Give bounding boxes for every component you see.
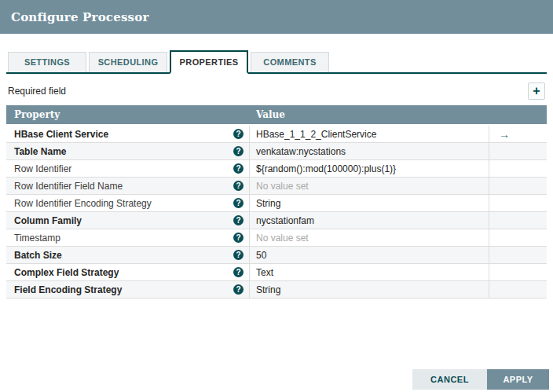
apply-button[interactable]: APPLY [487,369,549,390]
property-name: Table Name [14,146,66,157]
help-icon[interactable]: ? [233,250,244,260]
table-header: Property Value [6,105,547,124]
help-icon[interactable]: ? [233,146,244,156]
property-name: Timestamp [14,233,60,244]
value-cell[interactable]: String [250,281,489,298]
property-value: nycstationfam [256,215,314,226]
property-value: HBase_1_1_2_ClientService [256,129,376,140]
table-row[interactable]: Complex Field Strategy?Text [6,264,547,281]
help-icon[interactable]: ? [233,284,244,295]
tab-bar: SETTINGSSCHEDULINGPROPERTIESCOMMENTS [6,52,547,74]
value-cell[interactable]: No value set [250,229,489,246]
help-icon[interactable]: ? [233,181,244,191]
tab-comments[interactable]: COMMENTS [251,52,329,72]
value-cell[interactable]: HBase_1_1_2_ClientService [250,126,489,142]
property-name: Row Identifier Field Name [14,181,123,192]
action-cell [489,178,547,194]
property-cell: Complex Field Strategy? [6,264,250,280]
help-icon[interactable]: ? [233,233,244,243]
property-cell: Timestamp? [6,229,250,246]
dialog-footer: CANCEL APPLY [412,369,549,390]
help-icon[interactable]: ? [233,267,244,277]
help-icon[interactable]: ? [233,129,244,139]
help-icon[interactable]: ? [233,215,244,225]
property-value: String [256,284,280,295]
property-name: Complex Field Strategy [14,267,119,278]
property-value: Text [256,267,273,278]
dialog-header: Configure Processor [0,0,553,34]
table-row[interactable]: Batch Size?50 [6,247,547,264]
property-cell: Field Encoding Strategy? [6,281,250,298]
property-name: Row Identifier Encoding Strategy [14,198,152,209]
property-cell: Row Identifier? [6,160,250,177]
help-icon[interactable]: ? [233,198,244,208]
property-cell: Column Family? [6,212,250,229]
property-name: Batch Size [14,250,62,261]
column-header-value: Value [250,109,547,120]
table-row[interactable]: Timestamp?No value set [6,229,547,247]
property-name: Field Encoding Strategy [14,284,122,295]
action-cell: → [489,126,547,142]
action-cell [489,229,547,246]
value-cell[interactable]: Text [250,264,489,280]
action-cell [489,212,547,229]
properties-table: Property Value HBase Client Service?HBas… [6,105,547,299]
action-cell [489,281,547,298]
action-cell [489,143,547,159]
value-cell[interactable]: String [250,195,489,211]
add-property-button[interactable]: + [528,82,545,100]
action-cell [489,247,547,263]
property-cell: Batch Size? [6,247,250,263]
property-name: Row Identifier [14,163,71,174]
value-cell[interactable]: 50 [250,247,489,263]
action-cell [489,195,547,211]
table-row[interactable]: Row Identifier Encoding Strategy?String [6,195,547,212]
cancel-button[interactable]: CANCEL [412,369,487,390]
required-field-row: Required field + [8,82,545,100]
value-cell[interactable]: No value set [250,178,489,194]
value-cell[interactable]: ${random():mod(100000):plus(1)} [250,160,489,177]
configure-processor-dialog: Configure Processor SETTINGSSCHEDULINGPR… [0,0,553,392]
tab-settings[interactable]: SETTINGS [8,52,86,72]
value-cell[interactable]: venkataw:nycstations [250,143,489,159]
table-row[interactable]: Row Identifier Field Name?No value set [6,178,547,195]
action-cell [489,160,547,177]
property-value: 50 [256,250,266,261]
action-cell [489,264,547,280]
table-row[interactable]: Row Identifier?${random():mod(100000):pl… [6,160,547,178]
property-value: venkataw:nycstations [256,146,346,157]
tab-scheduling[interactable]: SCHEDULING [89,52,167,72]
goto-service-icon[interactable]: → [499,129,510,140]
table-row[interactable]: Table Name?venkataw:nycstations [6,143,547,160]
property-cell: Row Identifier Encoding Strategy? [6,195,250,211]
property-cell: Row Identifier Field Name? [6,178,250,194]
tab-properties[interactable]: PROPERTIES [170,50,248,74]
required-field-label: Required field [8,86,66,97]
help-icon[interactable]: ? [233,163,244,174]
property-value: No value set [256,233,309,244]
properties-table-body: HBase Client Service?HBase_1_1_2_ClientS… [6,126,547,299]
table-row[interactable]: HBase Client Service?HBase_1_1_2_ClientS… [6,126,547,143]
table-row[interactable]: Column Family?nycstationfam [6,212,547,229]
dialog-title: Configure Processor [11,10,149,24]
column-header-property: Property [6,109,250,120]
property-cell: HBase Client Service? [6,126,250,142]
property-value: ${random():mod(100000):plus(1)} [256,163,396,174]
table-row[interactable]: Field Encoding Strategy?String [6,281,547,299]
property-name: HBase Client Service [14,129,108,140]
property-value: No value set [256,181,309,192]
value-cell[interactable]: nycstationfam [250,212,489,229]
property-name: Column Family [14,215,82,226]
property-cell: Table Name? [6,143,250,159]
property-value: String [256,198,280,209]
